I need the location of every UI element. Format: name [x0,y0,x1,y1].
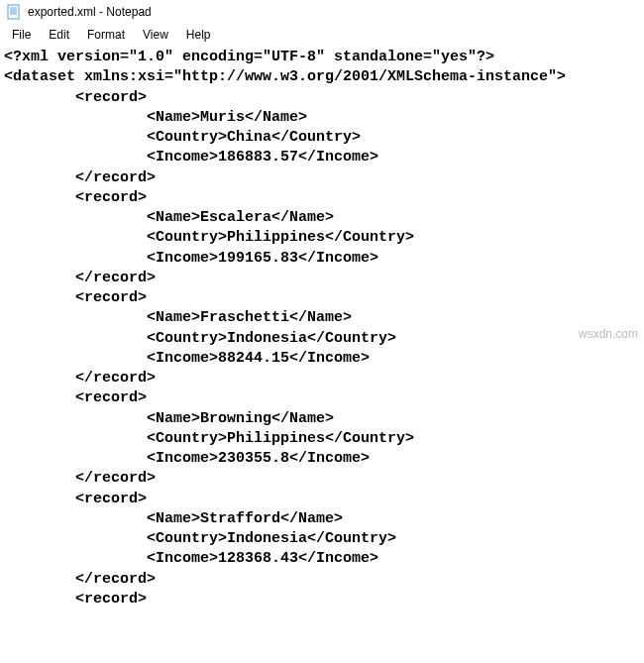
menubar: File Edit Format View Help [0,24,644,46]
window-title: exported.xml - Notepad [28,5,152,19]
text-editor-content[interactable]: <?xml version="1.0" encoding="UTF-8" sta… [0,46,644,611]
menu-edit[interactable]: Edit [41,26,77,44]
menu-file[interactable]: File [4,26,39,44]
notepad-icon [6,4,22,20]
menu-format[interactable]: Format [79,26,133,44]
titlebar: exported.xml - Notepad [0,0,644,24]
menu-view[interactable]: View [135,26,176,44]
watermark: wsxdn.com [579,327,638,341]
menu-help[interactable]: Help [178,26,219,44]
